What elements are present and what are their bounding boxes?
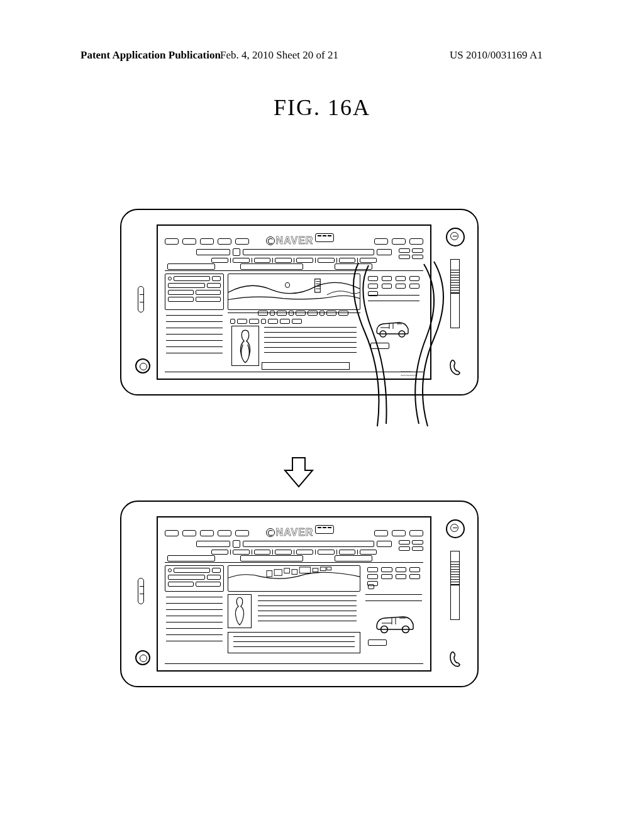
sub-navigation	[258, 309, 357, 317]
screen[interactable]: NAVER	[157, 516, 431, 672]
sub-navigation-2	[230, 318, 310, 325]
svg-rect-13	[313, 568, 318, 572]
section-tab[interactable]	[167, 555, 215, 562]
search-button[interactable]	[377, 249, 392, 255]
search-input[interactable]	[243, 541, 374, 547]
car-advertisement[interactable]	[374, 316, 411, 339]
zoom-button[interactable]	[446, 519, 465, 538]
site-logo[interactable]: NAVER	[240, 525, 360, 539]
call-button[interactable]	[449, 651, 462, 667]
login-input[interactable]	[168, 283, 205, 288]
speaker-slot	[138, 578, 144, 604]
nav-item[interactable]	[339, 550, 356, 555]
nav-item[interactable]	[360, 550, 377, 555]
content-row-2	[165, 594, 423, 658]
nav-item[interactable]	[275, 258, 292, 263]
svg-rect-10	[284, 568, 290, 573]
svg-rect-8	[267, 571, 272, 577]
nav-item[interactable]	[339, 258, 356, 263]
main-banner[interactable]	[228, 274, 360, 310]
logo-tag-icon	[315, 525, 334, 534]
date-sheet: Feb. 4, 2010 Sheet 20 of 21	[220, 49, 338, 62]
logo-text: NAVER	[276, 527, 314, 538]
section-tabs	[165, 263, 423, 271]
header-chips-left	[165, 530, 249, 536]
scrollbar-thumb[interactable]	[450, 270, 460, 294]
nav-item[interactable]	[211, 258, 228, 263]
svg-rect-9	[274, 570, 282, 576]
search-dropdown-icon[interactable]	[233, 540, 240, 548]
nav-item[interactable]	[296, 258, 313, 263]
call-button[interactable]	[449, 359, 462, 375]
site-header: NAVER	[165, 526, 423, 555]
center-preview	[228, 313, 360, 366]
device-right-controls	[441, 514, 470, 673]
header-chips-right	[374, 238, 423, 245]
zoom-button[interactable]	[446, 228, 465, 246]
search-bar	[196, 540, 392, 548]
screen[interactable]: NAVER	[157, 224, 431, 380]
svg-rect-12	[299, 567, 310, 573]
section-tab[interactable]	[335, 555, 372, 562]
main-banner-collapsed[interactable]	[228, 565, 360, 592]
preview-box	[262, 362, 350, 370]
ad-column	[364, 594, 423, 658]
magnifier-icon	[450, 232, 458, 240]
home-button[interactable]	[135, 650, 150, 665]
site-header: NAVER	[165, 235, 423, 263]
nav-item[interactable]	[254, 258, 271, 263]
webpage-top: NAVER	[161, 228, 427, 376]
nav-item[interactable]	[275, 550, 292, 555]
footer-divider	[165, 663, 423, 664]
home-button[interactable]	[135, 358, 150, 374]
nav-item[interactable]	[360, 258, 377, 263]
nav-item[interactable]	[211, 550, 228, 555]
ad-button[interactable]	[368, 639, 387, 646]
search-dropdown-icon[interactable]	[233, 248, 240, 256]
login-id-input[interactable]	[174, 276, 210, 281]
search-category[interactable]	[196, 541, 230, 547]
figure-title: FIG. 16A	[0, 94, 644, 121]
section-tab[interactable]	[240, 263, 303, 270]
person-thumbnail[interactable]	[231, 326, 259, 366]
svg-rect-14	[320, 567, 326, 571]
side-links	[364, 565, 423, 592]
ad-button[interactable]	[370, 343, 389, 349]
site-logo[interactable]: NAVER	[240, 233, 360, 247]
logo-swirl-icon	[266, 528, 275, 537]
magnifier-icon	[450, 524, 458, 532]
car-advertisement[interactable]	[374, 611, 416, 636]
header-chips-right	[374, 530, 423, 536]
device-bottom: NAVER	[120, 501, 479, 687]
section-tab[interactable]	[167, 263, 215, 270]
publication-number: US 2010/0031169 A1	[450, 49, 543, 62]
login-box	[165, 274, 224, 310]
section-tab[interactable]	[240, 555, 303, 562]
webpage-bottom: NAVER	[161, 520, 427, 668]
nav-item[interactable]	[233, 550, 250, 555]
footer-divider	[165, 372, 423, 372]
device-right-controls	[441, 223, 470, 382]
header-mini-links	[399, 248, 423, 259]
nav-item[interactable]	[296, 550, 313, 555]
news-list-left	[165, 313, 224, 366]
section-tab[interactable]	[335, 263, 372, 270]
search-button[interactable]	[377, 541, 392, 547]
header-mini-links	[399, 540, 423, 551]
nav-item[interactable]	[318, 550, 335, 555]
header-chips-left	[165, 238, 249, 245]
news-list-left	[165, 594, 224, 658]
scrollbar-thumb[interactable]	[450, 562, 460, 585]
search-category[interactable]	[196, 249, 230, 255]
speaker-slot	[138, 286, 144, 313]
article-box	[228, 632, 360, 653]
nav-item[interactable]	[254, 550, 271, 555]
search-bar	[196, 248, 392, 256]
scrollbar[interactable]	[450, 551, 460, 620]
person-thumbnail[interactable]	[228, 594, 252, 628]
nav-item[interactable]	[318, 258, 335, 263]
section-tabs	[165, 555, 423, 563]
scrollbar[interactable]	[450, 259, 460, 328]
nav-item[interactable]	[233, 258, 250, 263]
search-input[interactable]	[243, 249, 374, 255]
